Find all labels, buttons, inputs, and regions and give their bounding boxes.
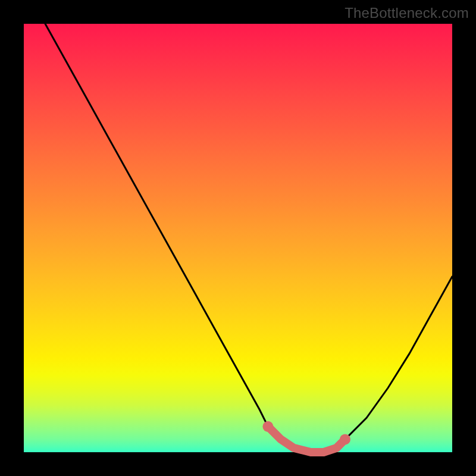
svg-point-1 <box>340 434 350 444</box>
svg-point-0 <box>262 421 273 432</box>
curve-svg <box>24 24 452 452</box>
bottleneck-curve <box>45 24 452 452</box>
plot-area <box>24 24 452 452</box>
watermark-text: TheBottleneck.com <box>345 5 469 21</box>
chart-frame: TheBottleneck.com <box>0 0 476 476</box>
optimal-range-marker <box>262 421 350 452</box>
